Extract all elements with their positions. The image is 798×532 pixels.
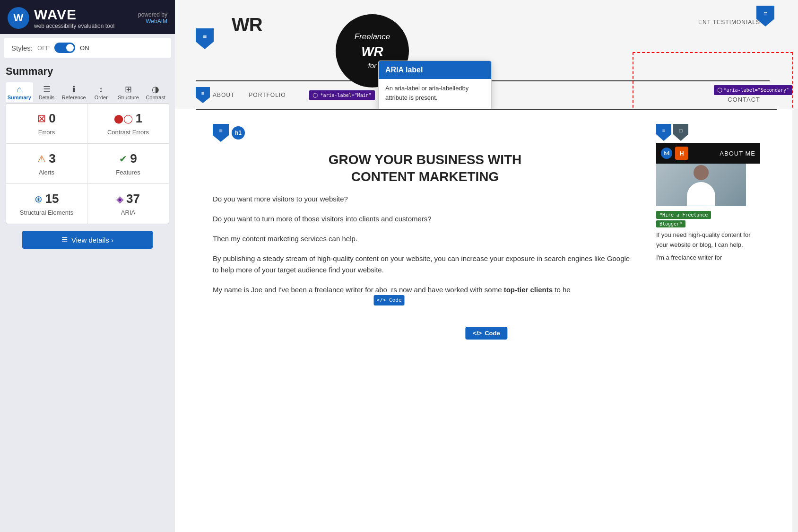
- logo-text-area: WAVE web accessibility evaluation tool: [34, 7, 114, 29]
- h4-badge: h4: [661, 148, 672, 159]
- svg-text:≡: ≡: [763, 10, 767, 17]
- hire-badge-area: *Hire a Freelance Blogger* If you need h…: [656, 210, 760, 262]
- alerts-label: Alerts: [39, 169, 54, 176]
- about-me-label: ABOUT ME: [720, 150, 755, 157]
- aria-badge-main: ⬡ *aria-label="Main": [309, 90, 374, 100]
- summary-section: Summary ⌂ Summary ☰ Details ℹ Reference …: [0, 61, 175, 257]
- features-count: 9: [130, 151, 137, 166]
- heading-row: ≡ h1: [213, 124, 637, 142]
- styles-off-label: OFF: [37, 44, 50, 52]
- svg-text:□: □: [679, 128, 683, 133]
- list-icon: ☰: [43, 85, 51, 94]
- tab-reference[interactable]: ℹ Reference: [60, 82, 87, 102]
- code-badge-area: </> Code: [175, 318, 798, 342]
- summary-title: Summary: [6, 65, 169, 78]
- content-section: ≡ h1 GROW YOUR BUSINESS WITHCONTENT MARK…: [175, 110, 798, 318]
- aria-label: ARIA: [121, 209, 135, 216]
- code-badge-button[interactable]: </> Code: [465, 327, 507, 340]
- aria-tooltip-footer: REFERENCE CODE: [379, 107, 491, 109]
- person-head: [694, 165, 709, 180]
- para-5: My name is Joe and I've been a freelance…: [213, 284, 637, 296]
- wave-logo-icon: W: [8, 7, 29, 29]
- feature-icon: ✔: [119, 153, 127, 165]
- errors-count: 0: [49, 111, 55, 126]
- nav-portfolio: PORTFOLIO: [249, 92, 286, 98]
- svg-text:≡: ≡: [201, 90, 204, 96]
- contrast-error-icon: ⬤◯: [114, 113, 133, 124]
- tab-details[interactable]: ☰ Details: [33, 82, 61, 102]
- list-icon-btn: ☰: [61, 235, 68, 244]
- right-shields: ≡ □: [656, 124, 760, 141]
- aria-badge-secondary: ⬡ *aria-label="Secondary": [714, 85, 792, 95]
- heading-icon-badge: H: [675, 147, 688, 160]
- powered-by: powered by WebAIM: [138, 11, 167, 25]
- order-icon: ↕: [99, 85, 103, 94]
- app-subtitle: web accessibility evaluation tool: [34, 23, 114, 29]
- person-body: [687, 182, 715, 206]
- right-text-2: I'm a freelance writer for: [656, 253, 760, 263]
- hire-badge-2: Blogger*: [656, 220, 685, 227]
- red-border-region: [633, 52, 793, 109]
- nav-tabs: ⌂ Summary ☰ Details ℹ Reference ↕ Order …: [6, 82, 169, 102]
- tab-summary[interactable]: ⌂ Summary: [6, 82, 33, 102]
- svg-text:≡: ≡: [662, 128, 665, 133]
- alert-icon: ⚠: [37, 153, 46, 165]
- profile-photo: [656, 164, 746, 206]
- person-silhouette: [685, 165, 718, 205]
- alerts-cell: ⚠ 3 Alerts: [6, 144, 87, 184]
- content-left: ≡ h1 GROW YOUR BUSINESS WITHCONTENT MARK…: [213, 124, 637, 304]
- hero-area: ≡ Freelance WR for WR ≡ ENT TESTIMONIALS: [175, 0, 798, 109]
- errors-label: Errors: [38, 129, 55, 136]
- features-cell: ✔ 9 Features: [87, 144, 169, 184]
- hire-badge: *Hire a Freelance: [656, 211, 711, 219]
- view-details-button[interactable]: ☰ View details ›: [22, 231, 153, 249]
- right-panel-header: h4 H ABOUT ME: [656, 143, 760, 164]
- main-heading: GROW YOUR BUSINESS WITHCONTENT MARKETING: [213, 151, 637, 186]
- sidebar: W WAVE web accessibility evaluation tool…: [0, 0, 175, 532]
- aria-tooltip: ARIA label An aria-label or aria-labelle…: [378, 61, 492, 109]
- structural-label: Structural Elements: [20, 209, 73, 216]
- code-bracket-icon: </>: [473, 330, 482, 337]
- para-4: By publishing a steady stream of high-qu…: [213, 253, 637, 276]
- stats-grid: ⊠ 0 Errors ⬤◯ 1 Contrast Errors ⚠ 3 Ale: [6, 103, 169, 224]
- home-icon: ⌂: [17, 85, 22, 94]
- aria-tooltip-title: ARIA label: [379, 61, 491, 79]
- shield-icon-content: ≡: [213, 124, 229, 142]
- styles-label: Styles:: [11, 44, 33, 52]
- tab-structure[interactable]: ⊞ Structure: [115, 82, 142, 102]
- error-icon: ⊠: [37, 113, 46, 125]
- info-icon: ℹ: [72, 85, 76, 94]
- svg-text:≡: ≡: [219, 127, 223, 134]
- contrast-errors-cell: ⬤◯ 1 Contrast Errors: [87, 104, 169, 144]
- tab-order[interactable]: ↕ Order: [87, 82, 115, 102]
- shield-icon-right-1: ≡: [656, 124, 671, 141]
- shield-icon-left: ≡: [196, 28, 214, 51]
- shield-icon-right-2: □: [673, 124, 688, 141]
- para-1: Do you want more visitors to your websit…: [213, 193, 637, 205]
- structural-cell: ⊛ 15 Structural Elements: [6, 184, 87, 224]
- webaim-link[interactable]: WebAIM: [146, 18, 167, 25]
- code-overlay-badge: </> Code: [374, 295, 405, 305]
- aria-icon: ◈: [116, 193, 123, 205]
- para-3: Then my content marketing services can h…: [213, 233, 637, 244]
- aria-cell: ◈ 37 ARIA: [87, 184, 169, 224]
- styles-bar: Styles: OFF ON: [4, 38, 171, 58]
- structural-icon: ⊛: [35, 193, 43, 205]
- h1-badge: h1: [232, 126, 245, 140]
- features-label: Features: [116, 169, 140, 176]
- main-content: ≡ Freelance WR for WR ≡ ENT TESTIMONIALS: [175, 0, 798, 532]
- structure-icon: ⊞: [125, 85, 132, 94]
- hero-heading: WR: [232, 14, 262, 35]
- content-right: ≡ □ h4 H ABOUT ME: [656, 124, 760, 304]
- styles-toggle[interactable]: [54, 43, 75, 53]
- aria-count: 37: [126, 192, 140, 206]
- testimonials-nav: ENT TESTIMONIALS: [698, 19, 760, 26]
- tab-contrast[interactable]: ◑ Contrast: [142, 82, 169, 102]
- app-title: WAVE: [34, 7, 114, 23]
- contrast-errors-label: Contrast Errors: [107, 129, 149, 136]
- contrast-errors-count: 1: [136, 111, 142, 126]
- logo-area: W WAVE web accessibility evaluation tool…: [0, 0, 175, 34]
- errors-cell: ⊠ 0 Errors: [6, 104, 87, 144]
- alerts-count: 3: [49, 151, 55, 166]
- nav-about: ≡ ABOUT: [196, 87, 234, 103]
